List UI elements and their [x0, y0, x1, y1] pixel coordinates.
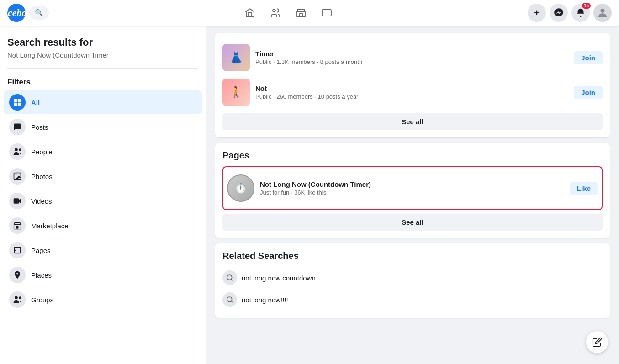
places-icon	[9, 267, 26, 283]
search-icon: 🔍	[35, 9, 43, 17]
sidebar-item-videos[interactable]: Videos	[4, 189, 202, 213]
nav-marketplace-button[interactable]	[290, 4, 312, 22]
sidebar-groups-label: Groups	[31, 296, 53, 304]
photos-icon	[9, 168, 26, 185]
sidebar-item-photos[interactable]: Photos	[4, 164, 202, 188]
page-result-countdown: ⏱️ Not Long Now (Countdown Timer) Just f…	[227, 171, 598, 206]
group-meta-timer: Public · 1.3K members · 8 posts a month	[255, 58, 568, 65]
svg-point-3	[600, 9, 604, 13]
create-plus-button[interactable]: +	[528, 4, 546, 22]
related-search-1[interactable]: not long now countdown	[222, 267, 603, 289]
sidebar-places-label: Places	[31, 271, 52, 279]
sidebar: Search results for Not Long Now (Countdo…	[0, 26, 206, 364]
topnav-right: + 15	[528, 4, 612, 22]
pages-section-title: Pages	[222, 150, 603, 161]
page-thumb-countdown: ⏱️	[227, 174, 254, 202]
timer-icon: 👗	[229, 51, 243, 64]
sidebar-all-label: All	[31, 99, 40, 106]
join-timer-button[interactable]: Join	[574, 51, 603, 64]
related-search-2[interactable]: not long now!!!!	[222, 289, 603, 311]
groups-card: 👗 Timer Public · 1.3K members · 8 posts …	[215, 33, 610, 137]
svg-rect-1	[300, 13, 302, 16]
profile-avatar-button[interactable]	[593, 4, 612, 22]
svg-point-0	[273, 9, 275, 12]
sidebar-item-people[interactable]: People	[4, 140, 202, 164]
related-text-2: not long now!!!!	[242, 296, 288, 304]
videos-icon	[9, 193, 26, 209]
topnav-center	[49, 4, 528, 22]
search-box[interactable]: 🔍	[29, 6, 49, 20]
not-icon: 🚶	[229, 86, 243, 99]
related-search-icon-1	[222, 270, 237, 285]
people-icon	[9, 143, 26, 160]
sidebar-item-groups[interactable]: Groups	[4, 288, 202, 311]
svg-rect-7	[18, 103, 21, 106]
sidebar-posts-label: Posts	[31, 123, 48, 131]
all-icon	[9, 94, 26, 111]
svg-point-17	[227, 275, 232, 280]
svg-rect-13	[16, 226, 19, 229]
sidebar-item-posts[interactable]: Posts	[4, 115, 202, 139]
sidebar-item-marketplace[interactable]: Marketplace	[4, 214, 202, 237]
like-countdown-button[interactable]: Like	[570, 182, 598, 195]
main-layout: Search results for Not Long Now (Countdo…	[0, 26, 619, 364]
svg-rect-2	[322, 10, 331, 16]
sidebar-divider	[7, 68, 198, 69]
page-meta-countdown: Just for fun · 36K like this	[260, 189, 564, 196]
search-query: Not Long Now (Countdown Timer	[4, 50, 202, 64]
floating-compose-button[interactable]	[586, 331, 608, 353]
pages-icon	[9, 242, 26, 258]
groups-icon	[9, 291, 26, 308]
nav-friends-button[interactable]	[265, 4, 286, 22]
group-result-not: 🚶 Not Public · 260 members · 10 posts a …	[222, 75, 603, 110]
related-search-icon-2	[222, 292, 237, 307]
nav-home-button[interactable]	[239, 4, 261, 22]
svg-line-20	[231, 301, 233, 302]
countdown-icon: ⏱️	[234, 182, 248, 195]
marketplace-icon	[9, 217, 26, 234]
svg-point-16	[19, 296, 21, 299]
topnav-left: Facebook 🔍	[7, 4, 49, 22]
sidebar-item-all[interactable]: All	[4, 90, 202, 114]
group-thumb-not: 🚶	[222, 79, 250, 106]
main-content: 👗 Timer Public · 1.3K members · 8 posts …	[206, 26, 619, 364]
svg-point-9	[19, 148, 21, 151]
group-info-timer: Timer Public · 1.3K members · 8 posts a …	[255, 50, 568, 65]
svg-line-18	[231, 279, 233, 280]
notifications-button[interactable]: 15	[571, 4, 590, 22]
group-meta-not: Public · 260 members · 10 posts a year	[255, 93, 568, 100]
group-thumb-timer: 👗	[222, 44, 250, 71]
pages-card: Pages ⏱️ Not Long Now (Countdown Timer) …	[215, 143, 610, 238]
filters-title: Filters	[4, 76, 202, 90]
messenger-button[interactable]	[550, 4, 568, 22]
pages-highlighted-row: ⏱️ Not Long Now (Countdown Timer) Just f…	[222, 166, 603, 210]
group-name-not: Not	[255, 84, 568, 92]
join-not-button[interactable]: Join	[574, 86, 603, 99]
sidebar-marketplace-label: Marketplace	[31, 222, 69, 230]
related-text-1: not long now countdown	[242, 274, 316, 282]
notification-badge: 15	[582, 3, 591, 9]
nav-watch-button[interactable]	[316, 4, 338, 22]
sidebar-videos-label: Videos	[31, 197, 52, 205]
sidebar-item-pages[interactable]: Pages	[4, 238, 202, 262]
sidebar-photos-label: Photos	[31, 173, 53, 180]
svg-rect-12	[14, 198, 19, 204]
sidebar-item-places[interactable]: Places	[4, 263, 202, 287]
svg-point-11	[16, 174, 17, 176]
related-searches-card: Related Searches not long now countdown	[215, 243, 610, 318]
group-name-timer: Timer	[255, 50, 568, 58]
groups-see-all-button[interactable]: See all	[222, 113, 603, 130]
pages-see-all-button[interactable]: See all	[222, 214, 603, 231]
svg-point-15	[15, 296, 18, 300]
group-result-timer: 👗 Timer Public · 1.3K members · 8 posts …	[222, 40, 603, 75]
posts-icon	[9, 119, 26, 135]
search-results-title: Search results for	[4, 33, 202, 50]
facebook-logo[interactable]: Facebook	[7, 4, 26, 22]
svg-point-19	[227, 297, 232, 302]
svg-rect-4	[14, 99, 17, 102]
plus-icon: +	[534, 8, 540, 18]
sidebar-pages-label: Pages	[31, 247, 51, 254]
group-info-not: Not Public · 260 members · 10 posts a ye…	[255, 84, 568, 100]
related-searches-title: Related Searches	[222, 251, 603, 261]
svg-rect-5	[18, 99, 21, 102]
